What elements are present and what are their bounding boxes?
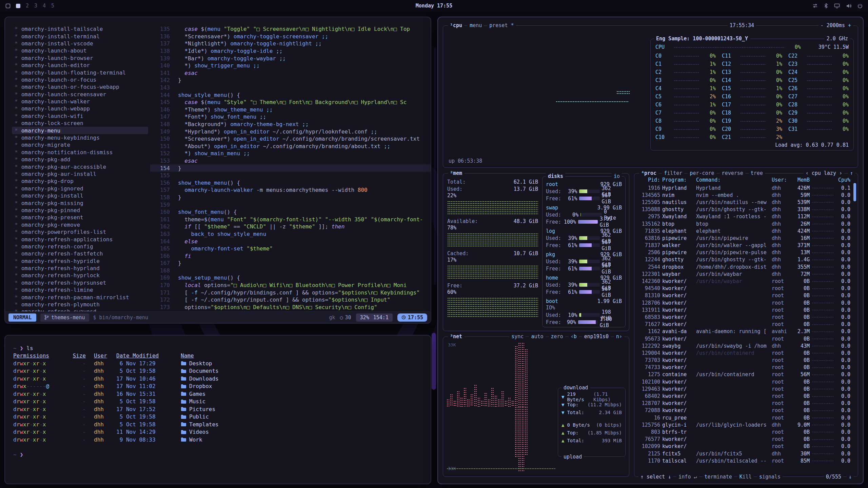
process-row[interactable]: 1916HyprlandHyprlanddhh426M0.1 [638,184,850,191]
terminate-button[interactable]: terminate [703,474,734,480]
code-line[interactable]: 155 [150,172,431,179]
code-line[interactable]: 154} [150,164,431,172]
process-row[interactable]: 1170tailscal/usr/sbin/tailscaled --root8… [638,457,850,464]
file-item[interactable]: *omarchy-pkg-drop [12,178,148,185]
file-item[interactable]: *omarchy-migrate [12,141,148,148]
file-item[interactable]: *omarchy-refresh-plymouth [12,301,148,308]
file-item[interactable]: *omarchy-refresh-config [12,243,148,250]
process-row[interactable]: 68583kworker/root0B0.0 [638,313,850,321]
cpu-tab[interactable]: ¹cpu [448,22,464,28]
process-row[interactable]: 1275containe/usr/bin/containerdroot56M0.… [638,371,850,378]
code-line[interactable]: 166 fi [150,252,431,260]
process-row[interactable]: 2125fcitx5/usr/bin/fcitx5dhh30M0.0 [638,450,850,457]
code-line[interactable]: 150 *Screensaver*) open_in_editor ~/.con… [150,135,431,143]
process-row[interactable]: 135162btopbtopdhh26M0.0 [638,220,850,227]
col-pid[interactable]: Pid: [638,177,660,183]
code-line[interactable]: 148 *Background*) omarchy-theme-bg-next … [150,121,431,128]
process-row[interactable]: 71627kworker/root0B0.0 [638,321,850,328]
process-row[interactable]: 12244ghostty/usr/bin/ghostty --gtk-dhh1.… [638,256,850,263]
proc-scrollbar[interactable] [853,183,856,201]
file-item[interactable]: *omarchy-lock-screen [12,120,148,127]
file-item[interactable]: *omarchy-refresh-hyprlock [12,272,148,279]
file-item[interactable]: *omarchy-refresh-applications [12,236,148,243]
code-line[interactable]: 165 omarchy-font-set "$theme" [150,245,431,252]
process-row[interactable]: 74733kworker/root0B0.0 [638,364,850,371]
process-row[interactable]: 63816pipewire/usr/bin/pipewiredhh16M0.0 [638,235,850,242]
per-core-button[interactable]: per-core [688,170,716,176]
code-line[interactable]: 144show_style_menu() { [150,91,431,99]
process-row[interactable]: 94540kworker/root0B0.0 [638,285,850,292]
code-line[interactable]: 167} [150,260,431,267]
file-item[interactable]: *omarchy-launch-or-focus [12,76,148,83]
file-item[interactable]: *omarchy-refresh-hyprland [12,265,148,272]
code-line[interactable]: 156show_theme_menu() { [150,179,431,186]
process-row[interactable]: 131911kworker/root0B0.0 [638,306,850,313]
file-item[interactable]: *omarchy-notification-dismiss [12,149,148,156]
code-line[interactable]: 169show_setup_menu() { [150,274,431,282]
process-row[interactable]: 76577kworker/root0B0.0 [638,436,850,443]
code-line[interactable]: 149 *Hyprland*) open_in_editor ~/.config… [150,128,431,135]
code-line[interactable]: 140 *) show_trigger_menu ;; [150,62,431,69]
process-row[interactable]: 128707kworker/root0B0.0 [638,400,850,407]
net-tab[interactable]: ³net [448,333,464,340]
col-memb[interactable]: MemB [792,177,810,183]
code-line[interactable]: 143 [150,84,431,92]
code-line[interactable]: 145 case $(menu "Style" "□ Theme\n□ Font… [150,99,431,106]
code-line[interactable]: 153 esac [150,157,431,165]
code-line[interactable]: 152 *) show_main_menu ;; [150,150,431,157]
code-line[interactable]: 160show_font_menu() { [150,208,431,216]
net-auto-button[interactable]: auto [529,333,545,340]
process-row[interactable]: 16rcu_preeroot0B0.0 [638,414,850,421]
process-row[interactable]: 122301waybar/usr/bin/waybardhh72M0.0 [638,270,850,278]
file-item[interactable]: *omarchy-launch-editor [12,62,148,69]
preset-button[interactable]: preset * [487,22,516,28]
file-item[interactable]: *omarchy-pkg-aur-accessible [12,163,148,170]
proc-tab[interactable]: ⁴proc [639,170,658,176]
code-line[interactable]: 135 case $(menu "Toggle" "□ Screensaver\… [150,25,431,33]
code-line[interactable]: 142} [150,77,431,84]
file-item[interactable]: *omarchy-install-tailscale [12,25,148,33]
net-sync-button[interactable]: sync [509,333,526,340]
code-line[interactable]: 138 *Idle*) omarchy-toggle-idle ;; [150,47,431,55]
filter-button[interactable]: filter [662,170,684,176]
file-item[interactable]: *omarchy-pkg-add [12,156,148,163]
code-line[interactable]: 147 *Font*) show_font_menu ;; [150,113,431,121]
process-row[interactable]: 72088kworker/root0B0.0 [638,407,850,414]
code-line[interactable]: 164 else [150,238,431,245]
process-row[interactable]: 81310kworker/root0B0.0 [638,292,850,299]
process-row[interactable]: 125505nautilus/usr/bin/nautilus --newdhh… [638,199,850,206]
file-item[interactable]: *omarchy-pkg-ignored [12,185,148,192]
code-line[interactable]: 139 *Bar*) omarchy-toggle-waybar ;; [150,55,431,62]
process-row[interactable]: 102099kworker/root0B0.0 [638,443,850,450]
process-row[interactable]: 129004kworker//usr/bin/containerdroot0B0… [638,349,850,357]
file-item[interactable]: *omarchy-refresh-swayosd [12,308,148,311]
file-item[interactable]: *omarchy-launch-webapp [12,105,148,112]
process-row[interactable]: 68402kworker/root0B0.0 [638,392,850,400]
menu-button[interactable]: menu [468,22,484,28]
process-row[interactable]: 122292swaybg/usr/bin/swaybg -i /homdhh43… [638,342,850,349]
io-toggle-button[interactable]: io [612,173,622,179]
file-item[interactable]: *omarchy-launch-screensaver [12,91,148,98]
code-line[interactable]: 137 *Nightlight*) omarchy-toggle-nightli… [150,40,431,47]
file-item[interactable]: *omarchy-menu [12,127,148,134]
code-line[interactable]: 171 [ -f ~/.config/hypr/bindings.conf ] … [150,289,431,296]
process-row[interactable]: 128706kworker/root0B0.0 [638,299,850,306]
code-line[interactable]: 173 options="$options\n□ Defaults\n□ DNS… [150,304,431,311]
code-line[interactable]: 162 if [[ "$theme" == "CNCLD" || -z "$th… [150,223,431,230]
file-item[interactable]: *omarchy-powerprofiles-list [12,228,148,236]
file-item[interactable]: *omarchy-refresh-hypridle [12,258,148,265]
code-line[interactable]: 157 omarchy-launch-walker -m menus:omarc… [150,186,431,194]
file-item[interactable]: *omarchy-launch-walker [12,98,148,105]
col-user[interactable]: User: [772,177,790,183]
file-item[interactable]: *omarchy-launch-or-focus-webapp [12,83,148,90]
file-item[interactable]: *omarchy-launch-floating-terminal [12,69,148,76]
file-item[interactable]: *omarchy-pkg-aur-install [12,170,148,178]
process-row[interactable]: 135088ghostty/usr/bin/ghostty --gtk-dhh3… [638,206,850,213]
code-line[interactable]: 170 local options="□ Audio\n□ Wifi\n□ Bl… [150,282,431,289]
rate-increase-button[interactable]: + [848,22,851,28]
file-item[interactable]: *omarchy-pkg-pinned [12,207,148,214]
process-row[interactable]: 102100kworker/root0B0.0 [638,378,850,385]
col-command[interactable]: Command: [696,177,770,183]
code-line[interactable]: 146 *Theme*) show_theme_menu ;; [150,106,431,114]
code-line[interactable]: 151 *About*) open_in_editor ~/.config/om… [150,143,431,150]
